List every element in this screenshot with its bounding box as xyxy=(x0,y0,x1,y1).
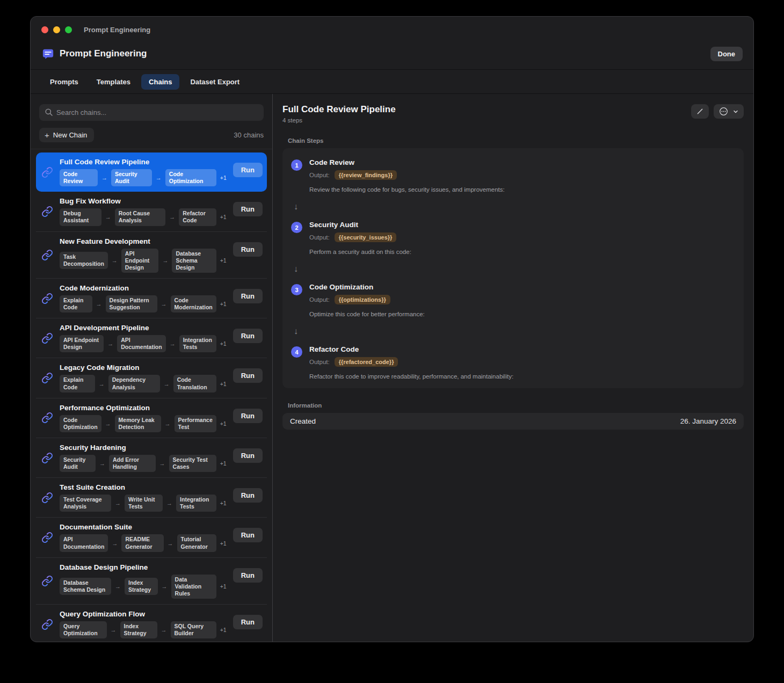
chain-step-chip: Root Cause Analysis xyxy=(115,208,165,226)
detail-step-count: 4 steps xyxy=(282,117,691,123)
done-button[interactable]: Done xyxy=(710,47,743,61)
search-field-wrap xyxy=(39,104,264,121)
chain-step-chip: Add Error Handling xyxy=(109,455,156,472)
chain-list-item[interactable]: New Feature Development Task Decompositi… xyxy=(36,231,267,278)
chain-steps-preview: Database Schema Design→Index Strategy→Da… xyxy=(60,575,227,599)
close-window-button[interactable] xyxy=(41,26,48,33)
search-input[interactable] xyxy=(39,104,264,121)
run-button[interactable]: Run xyxy=(233,615,263,629)
chain-link-icon xyxy=(41,532,53,543)
chain-count: 30 chains xyxy=(234,131,264,139)
chain-steps-preview: Code Optimization→Memory Leak Detection→… xyxy=(60,415,227,432)
chain-step-chip: Test Coverage Analysis xyxy=(60,495,111,512)
chain-link-icon xyxy=(41,206,53,217)
tab-dataset-export[interactable]: Dataset Export xyxy=(183,74,247,90)
titlebar: Prompt Engineering xyxy=(31,17,753,42)
arrow-right-icon: → xyxy=(107,340,113,347)
arrow-right-icon: → xyxy=(115,500,121,506)
chain-step: 3 Code Optimization Output: {{optimizati… xyxy=(291,278,735,317)
arrow-down-icon: ↓ xyxy=(294,264,735,274)
arrow-right-icon: → xyxy=(96,301,102,307)
tab-templates[interactable]: Templates xyxy=(89,74,138,90)
run-button[interactable]: Run xyxy=(233,568,263,583)
step-prompt-text: Review the following code for bugs, secu… xyxy=(309,186,735,193)
page-title: Prompt Engineering xyxy=(60,48,710,59)
chain-title: New Feature Development xyxy=(60,237,227,245)
arrow-right-icon: → xyxy=(159,460,165,467)
chain-steps-preview: Explain Code→Dependency Analysis→Code Tr… xyxy=(60,375,227,392)
chain-steps-preview: Code Review→Security Audit→Code Optimiza… xyxy=(60,169,227,186)
chain-step-chip: API Endpoint Design xyxy=(121,249,159,273)
chain-list-item[interactable]: Performance Optimization Code Optimizati… xyxy=(36,398,267,438)
chain-list-item[interactable]: Legacy Code Migration Explain Code→Depen… xyxy=(36,358,267,397)
run-button[interactable]: Run xyxy=(233,289,263,303)
chain-step-chip: Integration Tests xyxy=(176,495,216,512)
chain-step-chip: Refactor Code xyxy=(179,208,216,226)
run-button[interactable]: Run xyxy=(233,528,263,542)
chain-step-chip: Index Strategy xyxy=(125,578,158,595)
chain-step-chip: Security Audit xyxy=(60,455,96,472)
chain-step-chip: API Documentation xyxy=(60,534,108,551)
new-chain-button[interactable]: + New Chain xyxy=(39,128,94,142)
arrow-right-icon: → xyxy=(115,583,121,590)
run-button[interactable]: Run xyxy=(233,329,263,343)
ellipsis-circle-icon xyxy=(719,107,728,116)
chain-link-icon xyxy=(41,293,53,304)
more-steps-count: +1 xyxy=(220,340,227,347)
chain-link-icon xyxy=(41,249,53,261)
chain-steps-preview: Test Coverage Analysis→Write Unit Tests→… xyxy=(60,495,227,512)
more-steps-count: +1 xyxy=(220,583,227,590)
chain-list-item[interactable]: Bug Fix Workflow Debug Assistant→Root Ca… xyxy=(36,192,267,231)
arrow-right-icon: → xyxy=(156,175,162,181)
arrow-down-icon: ↓ xyxy=(294,326,735,336)
chain-list-item[interactable]: API Development Pipeline API Endpoint De… xyxy=(36,318,267,358)
output-variable-chip: {{optimizations}} xyxy=(335,295,390,304)
output-label: Output: xyxy=(309,296,330,303)
chain-list-item[interactable]: Database Design Pipeline Database Schema… xyxy=(36,557,267,604)
chain-step: 4 Refactor Code Output: {{refactored_cod… xyxy=(291,340,735,380)
chain-step-chip: Task Decomposition xyxy=(60,252,108,269)
tab-bar: PromptsTemplatesChainsDataset Export xyxy=(31,69,753,94)
chain-step-chip: Database Schema Design xyxy=(172,249,216,273)
chain-list-item[interactable]: Test Suite Creation Test Coverage Analys… xyxy=(36,477,267,517)
more-steps-count: +1 xyxy=(220,257,227,264)
tab-chains[interactable]: Chains xyxy=(141,74,179,90)
chevron-down-icon xyxy=(733,109,738,114)
run-button[interactable]: Run xyxy=(233,488,263,503)
run-button[interactable]: Run xyxy=(233,368,263,383)
step-title: Code Review xyxy=(309,158,735,166)
tab-prompts[interactable]: Prompts xyxy=(42,74,86,90)
pencil-icon xyxy=(696,108,703,115)
created-value: 26. January 2026 xyxy=(680,417,736,425)
zoom-window-button[interactable] xyxy=(65,26,72,33)
chain-step-chip: Code Review xyxy=(60,169,98,186)
run-button[interactable]: Run xyxy=(233,448,263,463)
minimize-window-button[interactable] xyxy=(53,26,60,33)
chain-title: Code Modernization xyxy=(60,284,227,292)
chain-step-chip: Index Strategy xyxy=(120,621,157,638)
chain-step-chip: Data Validation Rules xyxy=(171,575,216,599)
chain-step-chip: Tutorial Generator xyxy=(177,534,216,551)
chain-step: 1 Code Review Output: {{review_findings}… xyxy=(291,154,735,193)
chain-step-chip: Code Optimization xyxy=(60,415,101,432)
chain-step-chip: Performance Test xyxy=(175,415,216,432)
run-button[interactable]: Run xyxy=(233,202,263,216)
edit-chain-button[interactable] xyxy=(691,104,709,119)
chain-title: Database Design Pipeline xyxy=(60,563,227,571)
chain-list-item[interactable]: Full Code Review Pipeline Code Review→Se… xyxy=(36,152,267,192)
chain-link-icon xyxy=(41,575,53,587)
chain-list-item[interactable]: Code Modernization Explain Code→Design P… xyxy=(36,278,267,318)
more-options-button[interactable] xyxy=(714,104,744,119)
chain-list-item[interactable]: Security Hardening Security Audit→Add Er… xyxy=(36,438,267,477)
chain-step: 2 Security Audit Output: {{security_issu… xyxy=(291,216,735,255)
chain-steps-preview: Explain Code→Design Pattern Suggestion→C… xyxy=(60,295,227,313)
chain-steps-preview: API Endpoint Design→API Documentation→In… xyxy=(60,335,227,352)
chain-list-item[interactable]: Documentation Suite API Documentation→RE… xyxy=(36,517,267,557)
arrow-right-icon: → xyxy=(162,257,168,264)
chain-title: Legacy Code Migration xyxy=(60,364,227,372)
run-button[interactable]: Run xyxy=(233,409,263,423)
chain-list-item[interactable]: Query Optimization Flow Query Optimizati… xyxy=(36,604,267,642)
run-button[interactable]: Run xyxy=(233,242,263,257)
chain-title: Full Code Review Pipeline xyxy=(60,158,227,166)
run-button[interactable]: Run xyxy=(233,163,263,177)
